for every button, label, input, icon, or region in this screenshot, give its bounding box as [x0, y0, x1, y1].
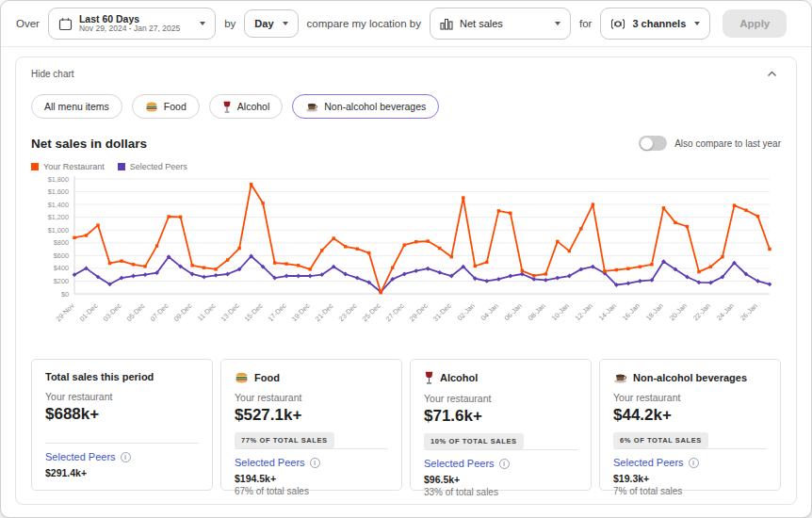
- selected-peers-link[interactable]: Selected Peers i: [235, 457, 388, 468]
- chip-non-alcohol-beverages[interactable]: Non-alcohol beverages: [292, 94, 439, 119]
- caret-down-icon: [200, 22, 205, 25]
- toggle-knob: [641, 138, 653, 150]
- legend-label: Selected Peers: [130, 162, 187, 171]
- caret-down-icon: [283, 22, 288, 25]
- svg-text:$1,800: $1,800: [48, 175, 69, 184]
- svg-text:13-Dec: 13-Dec: [219, 301, 241, 323]
- peers-label: Selected Peers: [424, 458, 495, 469]
- svg-text:25-Dec: 25-Dec: [361, 301, 382, 323]
- card-total-sales: Total sales this period Your restaurant …: [31, 359, 213, 491]
- info-icon[interactable]: i: [499, 459, 510, 469]
- channels-dropdown[interactable]: 3 channels: [600, 8, 710, 40]
- svg-text:24-Jan: 24-Jan: [715, 301, 736, 322]
- card-alcohol: Alcohol Your restaurant $71.6k+ 10% OF T…: [410, 359, 592, 491]
- selected-peers-link[interactable]: Selected Peers i: [613, 457, 767, 468]
- your-restaurant-label: Your restaurant: [424, 393, 577, 404]
- svg-text:14-Jan: 14-Jan: [597, 301, 618, 322]
- chip-food[interactable]: Food: [132, 94, 200, 119]
- your-restaurant-label: Your restaurant: [45, 391, 199, 402]
- peers-value: $96.5k+: [424, 474, 577, 485]
- chart-title: Net sales in dollars: [31, 137, 147, 151]
- compare-by-label: compare my location by: [307, 18, 421, 29]
- peers-value: $19.3k+: [613, 473, 767, 484]
- info-icon[interactable]: i: [121, 452, 131, 462]
- selected-peers-link[interactable]: Selected Peers i: [45, 451, 199, 462]
- svg-text:31-Dec: 31-Dec: [431, 301, 453, 323]
- legend-selected-peers: Selected Peers: [118, 162, 187, 171]
- selected-peers-link[interactable]: Selected Peers i: [424, 458, 577, 469]
- toolbar-divider: [1, 46, 811, 47]
- peers-percent: 67% of total sales: [235, 486, 388, 496]
- card-title: Total sales this period: [45, 371, 154, 382]
- percent-of-total-badge: 10% OF TOTAL SALES: [424, 433, 524, 449]
- chip-label: Alcohol: [237, 101, 269, 112]
- legend-your-restaurant: Your Restaurant: [31, 162, 105, 171]
- filter-toolbar: Over Last 60 Days Nov 29, 2024 - Jan 27,…: [1, 1, 811, 46]
- caret-down-icon: [694, 22, 700, 25]
- your-restaurant-value: $71.6k+: [424, 407, 577, 426]
- svg-text:08-Jan: 08-Jan: [527, 301, 547, 322]
- granularity-dropdown[interactable]: Day: [244, 9, 298, 38]
- percent-of-total-badge: 77% OF TOTAL SALES: [235, 432, 334, 448]
- channels-value: 3 channels: [632, 18, 686, 29]
- svg-text:$1,400: $1,400: [48, 201, 69, 209]
- chevron-up-icon[interactable]: [763, 69, 781, 79]
- sales-line-chart[interactable]: $1,800$1,600$1,400$1,200$1,000$800$600$4…: [31, 173, 781, 339]
- your-restaurant-value: $527.1k+: [235, 406, 388, 425]
- svg-text:22-Jan: 22-Jan: [691, 301, 712, 322]
- peers-percent: 33% of total sales: [424, 487, 577, 497]
- svg-text:06-Jan: 06-Jan: [503, 301, 524, 322]
- svg-text:27-Dec: 27-Dec: [384, 301, 406, 323]
- date-range-dropdown[interactable]: Last 60 Days Nov 29, 2024 - Jan 27, 2025: [48, 8, 216, 40]
- bar-chart-icon: [440, 18, 453, 30]
- svg-text:$200: $200: [54, 277, 69, 285]
- peers-percent: 7% of total sales: [613, 486, 767, 496]
- chip-all-menu-items[interactable]: All menu items: [31, 94, 122, 119]
- compare-last-year-toggle[interactable]: [639, 136, 667, 151]
- apply-button[interactable]: Apply: [723, 9, 787, 38]
- svg-text:$1,200: $1,200: [48, 213, 69, 221]
- for-label: for: [579, 18, 592, 29]
- svg-text:12-Jan: 12-Jan: [574, 301, 594, 322]
- date-range-detail: Nov 29, 2024 - Jan 27, 2025: [79, 24, 180, 34]
- svg-text:23-Dec: 23-Dec: [337, 301, 359, 323]
- granularity-value: Day: [254, 18, 273, 29]
- svg-text:29-Dec: 29-Dec: [408, 301, 430, 323]
- info-icon[interactable]: i: [689, 458, 699, 468]
- your-restaurant-label: Your restaurant: [613, 392, 767, 403]
- svg-text:$1,000: $1,000: [48, 226, 69, 235]
- svg-text:10-Jan: 10-Jan: [550, 301, 571, 322]
- coffee-cup-icon: [613, 371, 627, 383]
- chip-label: Non-alcohol beverages: [324, 101, 426, 112]
- chart-legend: Your Restaurant Selected Peers: [31, 162, 781, 171]
- svg-text:05-Dec: 05-Dec: [124, 301, 146, 323]
- info-icon[interactable]: i: [310, 458, 320, 468]
- metric-value: Net sales: [460, 18, 503, 29]
- analytics-dashboard: Over Last 60 Days Nov 29, 2024 - Jan 27,…: [0, 0, 812, 518]
- percent-of-total-badge: 6% OF TOTAL SALES: [613, 432, 708, 448]
- svg-text:16-Jan: 16-Jan: [621, 301, 641, 322]
- svg-text:19-Dec: 19-Dec: [290, 301, 312, 323]
- legend-label: Your Restaurant: [43, 162, 105, 171]
- chip-alcohol[interactable]: Alcohol: [209, 94, 283, 119]
- category-chips: All menu items Food Alcohol Non-alcohol …: [31, 94, 781, 119]
- peers-value: $194.5k+: [235, 473, 388, 484]
- chip-label: All menu items: [44, 101, 109, 112]
- hide-chart-link[interactable]: Hide chart: [31, 69, 74, 79]
- over-label: Over: [16, 18, 40, 29]
- svg-text:09-Dec: 09-Dec: [171, 301, 193, 323]
- legend-swatch-purple: [118, 163, 125, 170]
- card-title: Alcohol: [440, 372, 478, 383]
- svg-text:$800: $800: [54, 238, 69, 247]
- svg-text:07-Dec: 07-Dec: [148, 301, 170, 323]
- calendar-icon: [58, 17, 73, 31]
- burger-icon: [235, 371, 249, 383]
- coffee-cup-icon: [305, 101, 318, 112]
- caret-down-icon: [555, 22, 560, 25]
- legend-swatch-orange: [31, 163, 39, 170]
- svg-text:15-Dec: 15-Dec: [243, 301, 265, 323]
- your-restaurant-value: $688k+: [45, 405, 199, 424]
- chip-label: Food: [164, 101, 187, 112]
- metric-dropdown[interactable]: Net sales: [430, 8, 571, 40]
- burger-icon: [145, 101, 158, 112]
